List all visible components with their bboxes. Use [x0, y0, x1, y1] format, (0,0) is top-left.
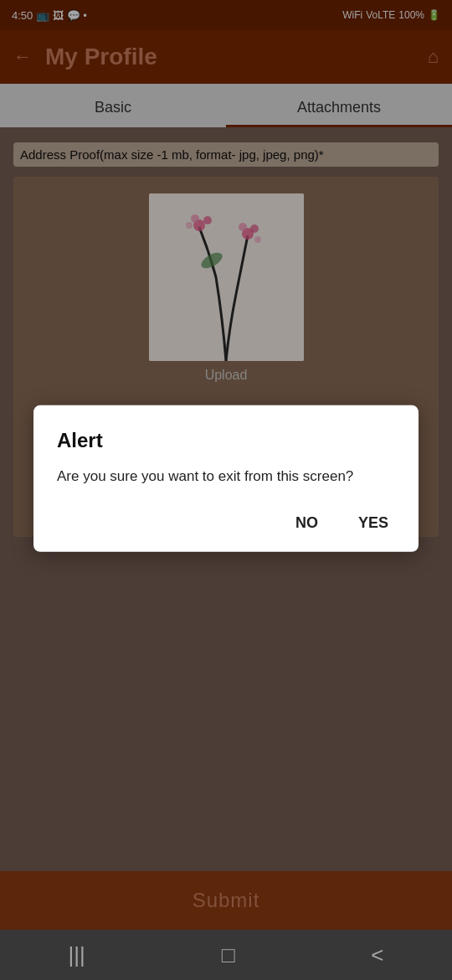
- alert-no-button[interactable]: NO: [289, 510, 325, 534]
- alert-message: Are you sure you want to exit from this …: [57, 466, 395, 487]
- alert-dialog: Alert Are you sure you want to exit from…: [33, 405, 419, 552]
- alert-yes-button[interactable]: YES: [352, 510, 395, 534]
- alert-title: Alert: [57, 429, 395, 452]
- alert-button-group: NO YES: [57, 510, 395, 534]
